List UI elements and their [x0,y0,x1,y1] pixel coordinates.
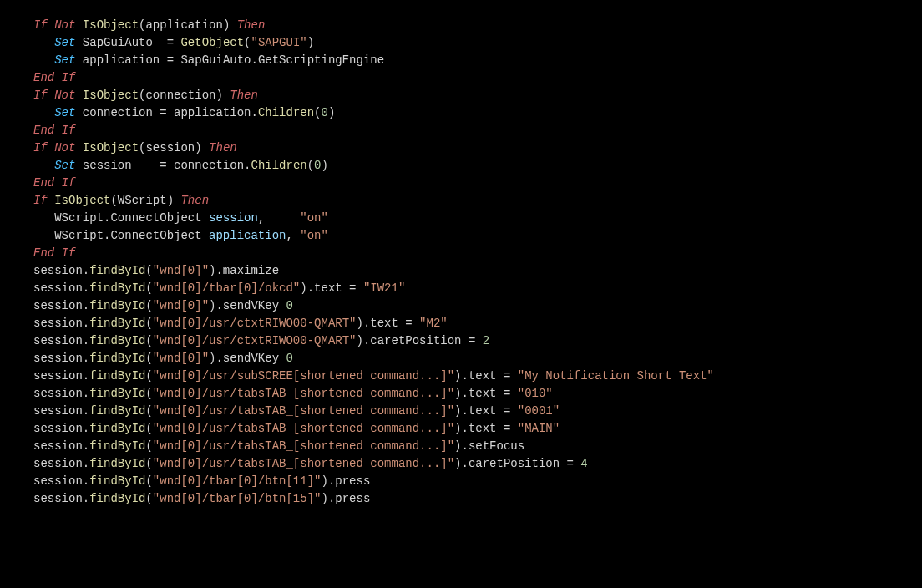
paren-close: ) [322,159,328,172]
number-literal: 0 [286,352,292,365]
method-call: WScript.ConnectObject [54,229,201,242]
method-suffix: ).maximize [209,264,279,277]
paren-open: ( [244,36,251,49]
keyword-if: If [62,71,76,84]
string-literal: "on" [300,229,328,242]
function-findbyid: findById [89,352,145,365]
property-assign: ).text = [454,404,518,418]
paren-open: ( [145,299,152,312]
method-suffix: ).sendVKey [209,352,286,365]
object-prefix: session. [33,387,89,400]
function-findbyid: findById [89,334,145,347]
paren-open: ( [145,264,152,277]
function-findbyid: findById [89,474,145,488]
member-access: SapGuiAuto.GetScriptingEngine [180,53,384,67]
code-line: session.findById("wnd[0]/usr/tabsTAB_[sh… [33,387,553,400]
code-line: session.findById("wnd[0]/tbar[0]/btn[15]… [33,492,370,505]
keyword-if: If [33,89,48,102]
number-literal: 4 [580,457,587,470]
code-line: WScript.ConnectObject session, "on" [33,211,328,225]
function-findbyid: findById [89,404,145,418]
string-literal: "M2" [419,317,448,330]
code-line: session.findById("wnd[0]/usr/tabsTAB_[sh… [33,439,524,453]
code-line: Set connection = application.Children(0) [33,106,335,119]
code-line: End If [33,124,75,137]
keyword-if: If [62,246,76,260]
paren-open: ( [145,334,152,347]
function-findbyid: findById [89,369,145,383]
method-call: WScript.ConnectObject [54,211,201,225]
function-findbyid: findById [89,492,145,505]
paren-arg: (connection) [139,89,223,102]
code-line: session.findById("wnd[0]/tbar[0]/okcd").… [33,281,405,295]
paren-open: ( [145,439,152,453]
number-literal: 0 [314,159,321,172]
paren-open: ( [314,106,321,119]
variable-session: session [209,211,258,225]
function-getobject: GetObject [180,36,244,49]
string-literal: "wnd[0]/usr/subSCREE[shortened command..… [153,369,454,383]
keyword-set: Set [54,159,75,172]
string-literal: "wnd[0]" [153,264,209,277]
property-assign: ).text = [454,422,518,435]
function-isobject: IsObject [83,89,139,102]
object-prefix: session. [33,352,89,365]
code-line: session.findById("wnd[0]").sendVKey 0 [33,299,293,312]
paren-open: ( [145,492,152,505]
object-prefix: session. [33,299,89,312]
property-assign: ).text = [300,281,363,295]
keyword-then: Then [230,89,258,102]
function-isobject: IsObject [54,194,110,207]
string-literal: "wnd[0]/usr/ctxtRIWO00-QMART" [153,334,357,347]
code-line: session.findById("wnd[0]/usr/ctxtRIWO00-… [33,334,489,347]
keyword-then: Then [237,18,266,32]
method-suffix: ).press [321,492,370,505]
number-literal: 0 [286,299,292,312]
function-isobject: IsObject [83,141,139,155]
code-line: If Not IsObject(session) Then [33,141,237,155]
code-line: session.findById("wnd[0]/usr/tabsTAB_[sh… [33,404,560,418]
number-literal: 2 [483,334,489,347]
code-line: Set session = connection.Children(0) [33,159,328,172]
string-literal: "wnd[0]/tbar[0]/okcd" [153,281,300,295]
code-line: session.findById("wnd[0]/tbar[0]/btn[11]… [33,474,370,488]
string-literal: "on" [300,211,328,225]
method-suffix: ).setFocus [454,439,524,453]
keyword-end: End [33,176,54,190]
object-prefix: session. [33,457,89,470]
string-literal: "wnd[0]/tbar[0]/btn[11]" [153,474,322,488]
code-line: End If [33,246,75,260]
keyword-set: Set [54,36,75,49]
paren-close: ) [328,106,335,119]
string-literal: "010" [518,387,553,400]
object-prefix: session. [33,334,89,347]
keyword-then: Then [180,194,209,207]
code-line: If Not IsObject(connection) Then [33,89,258,102]
paren-open: ( [307,159,314,172]
string-literal: "0001" [518,404,560,418]
code-line: Set SapGuiAuto = GetObject("SAPGUI") [33,36,314,49]
paren-open: ( [145,317,152,330]
paren-open: ( [145,422,152,435]
string-literal: "wnd[0]" [153,352,209,365]
property-assign: ).text = [454,369,518,383]
function-findbyid: findById [89,387,145,400]
keyword-end: End [33,71,54,84]
keyword-not: Not [54,141,75,155]
keyword-end: End [33,246,54,260]
method-suffix: ).sendVKey [209,299,286,312]
assignment: SapGuiAuto = [83,36,174,49]
string-literal: "wnd[0]/usr/tabsTAB_[shortened command..… [153,439,454,453]
method-suffix: ).press [321,474,370,488]
property-assign: ).text = [356,317,419,330]
string-literal: "MAIN" [518,422,560,435]
paren-arg: (application) [139,18,230,32]
separator: , [258,211,300,225]
keyword-if: If [33,194,48,207]
paren-open: ( [145,474,152,488]
keyword-not: Not [54,18,75,32]
code-line: session.findById("wnd[0]/usr/tabsTAB_[sh… [33,457,588,470]
function-findbyid: findById [89,299,145,312]
object-prefix: session. [33,281,89,295]
function-isobject: IsObject [83,18,139,32]
